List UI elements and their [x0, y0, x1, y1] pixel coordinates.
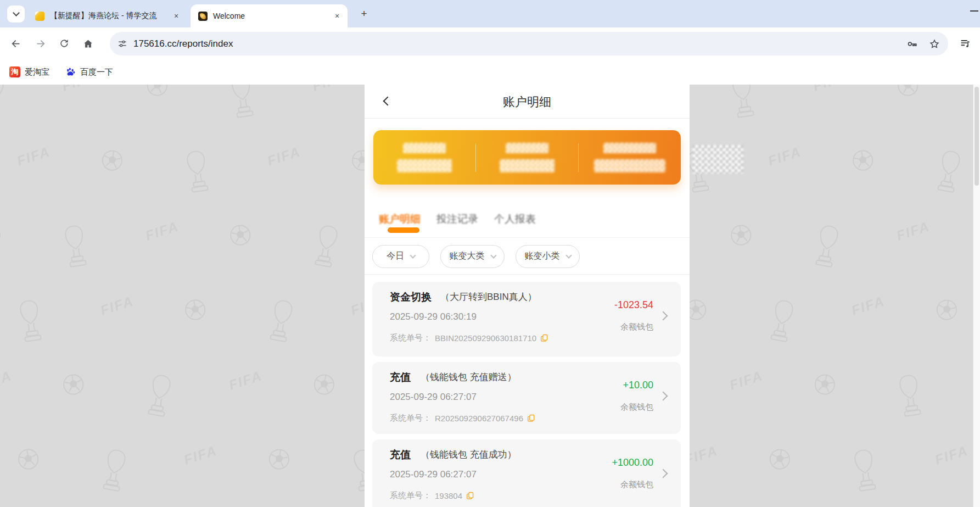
- taobao-icon: 淘: [9, 66, 20, 77]
- media-playlist-icon: [959, 37, 971, 49]
- order-label: 系统单号：: [390, 491, 431, 501]
- chevron-down-icon: [565, 252, 572, 258]
- close-tab-icon[interactable]: ×: [332, 11, 342, 21]
- txn-right-column: +10.00 余额钱包: [620, 380, 653, 413]
- watermark-tile: [98, 147, 126, 177]
- page-scrollbar[interactable]: [973, 85, 980, 507]
- order-number: BBIN202509290630181710: [435, 333, 536, 343]
- watermark-tile: [764, 296, 800, 349]
- back-button[interactable]: [6, 34, 25, 53]
- txn-datetime: 2025-09-29 06:27:07: [390, 392, 477, 403]
- balance-summary-card: [373, 130, 681, 185]
- watermark-tile: FIFA: [896, 223, 930, 239]
- chevron-down-icon: [13, 9, 20, 16]
- watermark-tile: [932, 296, 961, 326]
- txn-right-column: -1023.54 余额钱包: [614, 299, 653, 332]
- txn-datetime: 2025-09-29 06:27:07: [390, 469, 477, 480]
- home-button[interactable]: [79, 34, 97, 53]
- bookmark-label: 爱淘宝: [25, 67, 49, 77]
- url-bar[interactable]: 175616.cc/reports/index: [110, 32, 948, 55]
- baidu-paw-icon: [65, 66, 76, 77]
- watermark-tile: [726, 85, 761, 125]
- order-label: 系统单号：: [390, 333, 431, 343]
- reload-button[interactable]: [55, 34, 74, 53]
- stat-column: [373, 143, 475, 172]
- watermark-tile: FIFA: [61, 85, 96, 90]
- tab-account-detail[interactable]: 账户明细: [379, 212, 421, 226]
- txn-wallet-label: 余额钱包: [620, 322, 653, 332]
- filter-label: 今日: [387, 250, 404, 262]
- txn-type: 充值: [390, 448, 411, 462]
- watermark-tile: [143, 85, 171, 102]
- txn-order-row: 系统单号：R202509290627067496: [390, 413, 535, 424]
- transaction-row[interactable]: 资金切换 （大厅转到BBIN真人） 2025-09-29 06:30:19 系统…: [372, 282, 681, 356]
- txn-amount: +10.00: [623, 380, 653, 391]
- window-minimize-button[interactable]: [970, 10, 978, 12]
- tab-bet-records[interactable]: 投注记录: [436, 212, 478, 226]
- copy-icon[interactable]: [466, 492, 474, 500]
- tab-search-button[interactable]: [7, 5, 25, 23]
- txn-wallet-label: 余额钱包: [620, 480, 653, 490]
- order-number: 193804: [435, 491, 462, 500]
- watermark-tile: FIFA: [100, 298, 134, 314]
- filter-minor-category-dropdown[interactable]: 账变小类: [516, 245, 580, 268]
- watermark-tile: FIFA: [729, 372, 763, 388]
- watermark-tile: [225, 85, 260, 125]
- censored-stat-label: [506, 143, 548, 153]
- bookmark-baidu[interactable]: 百度一下: [65, 66, 113, 77]
- copy-icon[interactable]: [540, 334, 548, 342]
- watermark-tile: [893, 371, 928, 424]
- txn-wallet-label: 余额钱包: [620, 402, 653, 413]
- censored-stat-value: [500, 159, 555, 172]
- welcome-favicon-icon: [198, 12, 208, 21]
- chevron-right-icon: [659, 311, 668, 321]
- watermark-tile: [227, 221, 254, 251]
- watermark-tile: FIFA: [0, 372, 12, 388]
- filter-date-dropdown[interactable]: 今日: [372, 245, 429, 268]
- censored-widget: [692, 145, 743, 174]
- censored-stat-label: [403, 143, 446, 153]
- order-label: 系统单号：: [390, 413, 431, 424]
- password-key-icon[interactable]: [906, 38, 918, 50]
- browser-tab-forum[interactable]: 【新提醒】海燕论坛 - 博学交流 ×: [29, 4, 187, 27]
- transaction-row[interactable]: 充值 （钱能钱包 充值赠送） 2025-09-29 06:27:07 系统单号：…: [372, 362, 681, 434]
- watermark-tile: FIFA: [851, 298, 885, 314]
- close-tab-icon[interactable]: ×: [171, 11, 181, 21]
- new-tab-button[interactable]: +: [356, 8, 372, 20]
- tab-title-fade: [154, 8, 172, 23]
- watermark-tile: FIFA: [145, 223, 179, 239]
- tab-personal-report[interactable]: 个人报表: [494, 212, 536, 226]
- forward-button[interactable]: [31, 34, 50, 53]
- bookmark-star-icon[interactable]: [928, 38, 940, 50]
- browser-tab-welcome[interactable]: Welcome ×: [191, 4, 348, 27]
- watermark-tile: [849, 147, 877, 176]
- watermark-tile: [182, 296, 209, 326]
- order-number: R202509290627067496: [435, 414, 523, 423]
- censored-stat-value: [397, 159, 452, 172]
- txn-type: 资金切换: [390, 290, 432, 304]
- scrollbar-thumb[interactable]: [975, 87, 979, 186]
- watermark-tile: [265, 445, 293, 476]
- url-text[interactable]: 175616.cc/reports/index: [133, 38, 906, 49]
- transaction-row[interactable]: 充值 （钱能钱包 充值成功） 2025-09-29 06:27:07 系统单号：…: [372, 439, 681, 507]
- watermark-tile: [0, 85, 10, 125]
- chevron-down-icon: [410, 252, 416, 258]
- txn-datetime: 2025-09-29 06:30:19: [390, 311, 477, 322]
- watermark-tile: FIFA: [813, 85, 847, 90]
- watermark-tile: [60, 371, 87, 400]
- filter-major-category-dropdown[interactable]: 账变大类: [440, 245, 505, 268]
- watermark-tile: [263, 296, 300, 349]
- watermark-tile: [0, 221, 4, 252]
- censored-stat-value: [594, 159, 665, 172]
- copy-icon[interactable]: [527, 414, 535, 422]
- txn-order-row: 系统单号：193804: [390, 491, 474, 501]
- media-controls-button[interactable]: [956, 34, 975, 53]
- bookmark-taobao[interactable]: 淘 爱淘宝: [9, 66, 49, 77]
- txn-amount: +1000.00: [612, 457, 653, 469]
- forward-icon: [35, 38, 47, 49]
- tab-strip: 【新提醒】海燕论坛 - 博学交流 × Welcome × +: [0, 0, 980, 27]
- stat-column: [476, 143, 578, 172]
- watermark-tile: [180, 147, 215, 199]
- watermark-tile: [727, 221, 755, 251]
- watermark-tile: [848, 445, 883, 498]
